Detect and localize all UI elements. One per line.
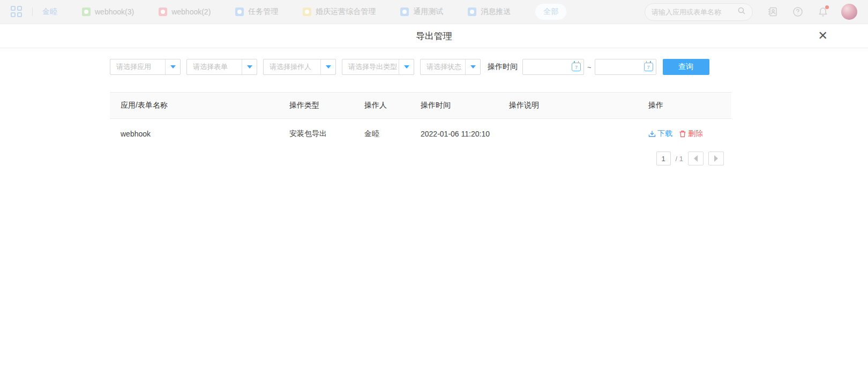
end-date-input[interactable]: 7 <box>595 59 656 75</box>
apps-grid-icon[interactable] <box>11 6 23 18</box>
help-icon[interactable] <box>792 6 803 17</box>
calendar-icon[interactable]: 7 <box>644 63 653 71</box>
start-date-input[interactable]: 7 <box>522 59 584 75</box>
tab-label: 通用测试 <box>413 7 443 17</box>
chevron-left-icon <box>694 155 698 162</box>
download-link[interactable]: 下载 <box>648 129 672 139</box>
tab-home[interactable]: 金睦 <box>42 7 57 17</box>
form-select[interactable]: 请选择表单 <box>186 59 257 75</box>
topbar: 金睦 webhook(3) webhook(2) 任务管理 婚庆运营综合管理 通… <box>0 0 868 24</box>
close-icon[interactable]: ✕ <box>818 30 828 42</box>
cell-operation-time: 2022-01-06 11:20:10 <box>421 130 509 138</box>
app-select-placeholder: 请选择应用 <box>110 59 165 74</box>
clock-app-icon <box>82 7 91 16</box>
col-operation-type: 操作类型 <box>289 101 364 110</box>
tab-label: 消息推送 <box>481 7 511 17</box>
download-label: 下载 <box>657 129 672 139</box>
tab-message-push[interactable]: 消息推送 <box>468 7 511 17</box>
calendar-icon[interactable]: 7 <box>572 63 581 71</box>
pin-app-icon <box>159 7 167 16</box>
status-select-placeholder: 请选择状态 <box>421 59 465 74</box>
tab-label: 婚庆运营综合管理 <box>316 7 376 17</box>
date-range-separator: ~ <box>587 63 592 71</box>
tab-general-test[interactable]: 通用测试 <box>400 7 443 17</box>
chevron-right-icon <box>714 155 718 162</box>
trash-icon <box>679 130 686 138</box>
col-actions: 操作 <box>648 101 731 110</box>
grid-app-icon <box>303 7 311 16</box>
search-icon <box>737 6 746 17</box>
next-page-button[interactable] <box>708 152 724 165</box>
tab-label: webhook(3) <box>95 7 134 16</box>
form-select-placeholder: 请选择表单 <box>187 59 242 74</box>
cell-operator: 金睦 <box>364 129 421 139</box>
table-row: webhook 安装包导出 金睦 2022-01-06 11:20:10 下载 <box>110 119 731 149</box>
notification-dot <box>825 5 829 9</box>
operator-select-placeholder: 请选择操作人 <box>264 59 320 74</box>
chevron-down-icon <box>242 59 257 74</box>
download-icon <box>648 130 656 138</box>
filter-bar: 请选择应用 请选择表单 请选择操作人 请选择导出类型 请选择状态 操作时间 7 … <box>110 59 731 75</box>
delete-link[interactable]: 删除 <box>679 129 703 139</box>
query-button[interactable]: 查询 <box>663 59 709 75</box>
col-operator: 操作人 <box>364 101 421 110</box>
export-management-content: 请选择应用 请选择表单 请选择操作人 请选择导出类型 请选择状态 操作时间 7 … <box>110 59 731 165</box>
tab-label: webhook(2) <box>171 7 211 16</box>
page-number-input[interactable] <box>656 152 671 165</box>
user-avatar[interactable] <box>841 4 857 20</box>
tab-label: 任务管理 <box>248 7 278 17</box>
contact-book-icon[interactable] <box>767 6 778 17</box>
grid-app-icon <box>468 7 476 16</box>
chevron-down-icon <box>399 59 414 74</box>
notification-bell-icon[interactable] <box>818 6 828 17</box>
page-title: 导出管理 <box>416 30 452 42</box>
chevron-down-icon <box>465 59 480 74</box>
tab-webhook-2[interactable]: webhook(2) <box>159 7 211 16</box>
export-table: 应用/表单名称 操作类型 操作人 操作时间 操作说明 操作 webhook 安装… <box>110 92 731 149</box>
cell-app-form-name: webhook <box>110 130 289 138</box>
pagination: / 1 <box>110 152 731 165</box>
prev-page-button[interactable] <box>688 152 704 165</box>
grid-app-icon <box>400 7 409 16</box>
col-operation-note: 操作说明 <box>509 101 648 110</box>
operation-time-label: 操作时间 <box>488 62 518 72</box>
export-type-select[interactable]: 请选择导出类型 <box>342 59 414 75</box>
page-total: / 1 <box>676 155 683 163</box>
tab-webhook-3[interactable]: webhook(3) <box>82 7 134 16</box>
chevron-down-icon <box>320 59 335 74</box>
col-app-form-name: 应用/表单名称 <box>110 101 289 110</box>
cell-actions: 下载 删除 <box>648 129 731 139</box>
app-select[interactable]: 请选择应用 <box>110 59 181 75</box>
status-select[interactable]: 请选择状态 <box>420 59 481 75</box>
topbar-search[interactable] <box>645 3 753 21</box>
cell-operation-type: 安装包导出 <box>289 129 364 139</box>
operator-select[interactable]: 请选择操作人 <box>263 59 336 75</box>
export-management-header: 导出管理 ✕ <box>0 24 868 48</box>
search-input[interactable] <box>652 8 737 16</box>
tab-task-management[interactable]: 任务管理 <box>235 7 278 17</box>
tab-all[interactable]: 全部 <box>535 4 566 20</box>
delete-label: 删除 <box>688 129 703 139</box>
export-type-select-placeholder: 请选择导出类型 <box>342 59 399 74</box>
chevron-down-icon <box>165 59 180 74</box>
topbar-divider <box>32 7 33 16</box>
col-operation-time: 操作时间 <box>421 101 509 110</box>
grid-app-icon <box>235 7 244 16</box>
table-header: 应用/表单名称 操作类型 操作人 操作时间 操作说明 操作 <box>110 92 731 119</box>
tab-wedding-operations[interactable]: 婚庆运营综合管理 <box>303 7 376 17</box>
